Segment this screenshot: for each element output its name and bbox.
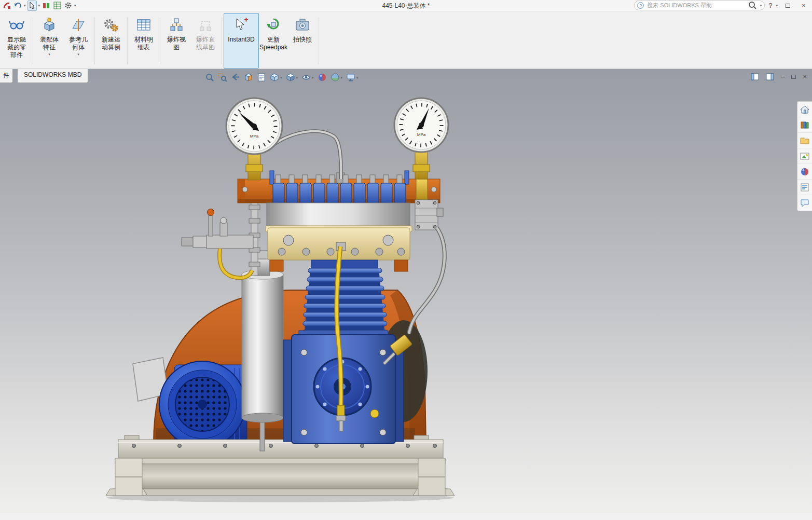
options-caret[interactable]: ▾ xyxy=(74,4,76,7)
gauge-unit-left: MPa xyxy=(250,134,259,139)
bom-table-icon xyxy=(136,17,152,35)
design-library-tab[interactable] xyxy=(797,117,812,133)
display-pane-button[interactable] xyxy=(766,73,774,80)
assembly-features-button[interactable]: 装配体 特征 ▾ xyxy=(35,13,64,69)
scene-sphere-icon xyxy=(331,73,340,82)
help-search-box[interactable]: ? 搜索 SOLIDWORKS 帮助 ▾ xyxy=(634,1,765,10)
help-button[interactable]: ? xyxy=(768,2,772,9)
featuremanager-pane-button[interactable] xyxy=(751,73,759,80)
take-snapshot-button[interactable]: 拍快照 xyxy=(288,13,317,69)
doc-restore-button[interactable] xyxy=(791,75,796,79)
forum-tab[interactable] xyxy=(797,195,812,211)
tab-partial[interactable]: 件 xyxy=(0,69,13,83)
section-view-icon xyxy=(244,73,253,82)
display-pane-icon xyxy=(766,73,774,80)
explode-line-sketch-icon xyxy=(198,17,213,35)
cylinder-head-drum[interactable] xyxy=(267,203,410,229)
view-palette-icon xyxy=(800,151,810,161)
undo-button[interactable] xyxy=(13,1,22,11)
home-icon xyxy=(800,104,810,115)
view-orientation-button[interactable]: ▾ xyxy=(269,72,283,83)
select-tool-caret[interactable]: ▾ xyxy=(38,4,40,7)
undo-caret[interactable]: ▾ xyxy=(24,4,26,7)
help-caret[interactable]: ▾ xyxy=(776,4,778,7)
new-motion-study-button[interactable]: 新建运 动算例 xyxy=(97,13,126,69)
annotation-views-icon xyxy=(257,73,266,82)
gauge-unit-right: MPa xyxy=(417,132,426,137)
options-gear-button[interactable] xyxy=(63,1,73,11)
appearances-sphere-icon xyxy=(800,167,810,177)
solidworks-logo-icon xyxy=(2,1,11,11)
graphics-area[interactable]: MPa MPa xyxy=(0,69,812,513)
solidworks-window: ▾ ▾ ▾ 445-L40-总装体 * ? 搜索 SOLIDWORKS 帮助 ▾… xyxy=(0,0,812,520)
eye-icon xyxy=(301,73,311,82)
instant3d-cursor-icon xyxy=(233,17,249,35)
rebuild-button[interactable] xyxy=(42,1,51,11)
document-window-controls: – × xyxy=(751,73,807,80)
assembly-model[interactable]: MPa MPa xyxy=(0,69,812,513)
exploded-view-button[interactable]: 爆炸视 图 xyxy=(162,13,191,69)
tab-solidworks-mbd[interactable]: SOLIDWORKS MBD xyxy=(17,69,88,83)
file-properties-button[interactable] xyxy=(52,1,62,11)
exploded-view-icon xyxy=(169,17,184,35)
motion-gears-icon xyxy=(103,17,119,35)
edit-appearance-button[interactable] xyxy=(316,72,328,83)
display-style-button[interactable]: ▾ xyxy=(285,72,299,83)
assembly-features-caret[interactable]: ▾ xyxy=(48,52,50,56)
restore-window-button[interactable] xyxy=(781,1,794,10)
show-hide-components-button[interactable]: 显示隐 藏的零 部件 xyxy=(2,13,31,69)
reference-geometry-caret[interactable]: ▾ xyxy=(77,52,79,56)
zoom-fit-icon xyxy=(205,73,214,82)
title-bar: ▾ ▾ ▾ 445-L40-总装体 * ? 搜索 SOLIDWORKS 帮助 ▾… xyxy=(0,0,812,11)
crankcase-block[interactable] xyxy=(283,331,404,444)
instant3d-button[interactable]: Instant3D xyxy=(224,13,259,69)
reference-geometry-button[interactable]: 参考几 何体 ▾ xyxy=(64,13,93,69)
search-caret[interactable]: ▾ xyxy=(760,4,762,7)
file-explorer-tab[interactable] xyxy=(797,133,812,148)
zoom-to-fit-button[interactable] xyxy=(204,72,215,83)
hide-show-items-button[interactable]: ▾ xyxy=(300,72,315,83)
pressure-gauge-left[interactable]: MPa xyxy=(226,98,282,180)
update-speedpak-button[interactable]: 更新 Speedpak xyxy=(259,13,288,69)
custom-properties-tab[interactable] xyxy=(797,180,812,195)
search-icon[interactable] xyxy=(748,1,757,10)
base-rails[interactable] xyxy=(106,458,455,496)
apply-scene-button[interactable]: ▾ xyxy=(329,72,344,83)
bill-of-materials-button[interactable]: 材料明 细表 xyxy=(129,13,158,69)
status-bar xyxy=(0,513,812,520)
gauge-tube[interactable] xyxy=(272,131,341,179)
monitor-icon xyxy=(346,73,355,82)
accumulator-cylinder[interactable] xyxy=(242,251,283,451)
folder-icon xyxy=(800,135,810,146)
electric-motor[interactable] xyxy=(133,358,247,447)
task-pane xyxy=(797,101,812,211)
glasses-icon xyxy=(9,17,24,35)
forum-icon xyxy=(800,198,810,208)
select-tool-button[interactable] xyxy=(27,1,37,11)
previous-view-button[interactable] xyxy=(230,72,241,83)
design-library-icon xyxy=(800,120,810,130)
previous-view-icon xyxy=(231,73,240,82)
command-ribbon: 显示隐 藏的零 部件 装配体 特征 ▾ 参考几 何体 ▾ 新建运 动算例 xyxy=(0,11,812,69)
pressure-gauge-right[interactable]: MPa xyxy=(394,98,448,179)
view-settings-button[interactable]: ▾ xyxy=(345,72,360,83)
zoom-area-icon xyxy=(218,73,227,82)
search-input[interactable]: 搜索 SOLIDWORKS 帮助 xyxy=(647,2,745,9)
explode-line-sketch-button: 爆炸直 线草图 xyxy=(191,13,220,69)
appearances-scenes-tab[interactable] xyxy=(797,164,812,180)
close-window-button[interactable]: × xyxy=(797,1,810,10)
custom-properties-icon xyxy=(800,182,810,193)
doc-close-button[interactable]: × xyxy=(803,73,807,80)
display-style-icon xyxy=(286,73,295,82)
section-view-button[interactable] xyxy=(243,72,254,83)
annotation-views-button[interactable] xyxy=(256,72,267,83)
update-speedpak-icon xyxy=(266,17,281,35)
reference-plane-icon xyxy=(71,17,86,35)
view-palette-tab[interactable] xyxy=(797,148,812,164)
cylinder-fins[interactable] xyxy=(302,260,388,335)
appearance-sphere-icon xyxy=(318,73,327,82)
camera-icon xyxy=(295,17,310,35)
home-tab[interactable] xyxy=(797,102,812,117)
doc-minimize-button[interactable]: – xyxy=(781,73,785,80)
zoom-to-area-button[interactable] xyxy=(217,72,228,83)
